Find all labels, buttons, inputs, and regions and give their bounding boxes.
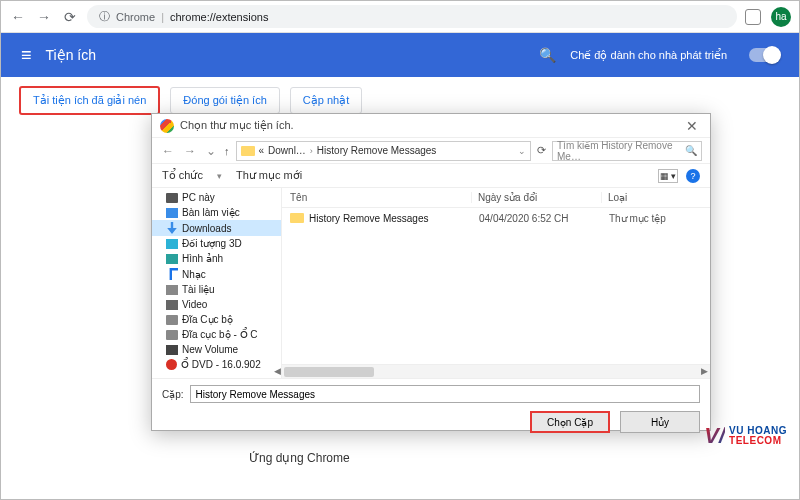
tree-item-label: Đĩa Cục bộ <box>182 314 233 325</box>
tree-item-label: PC này <box>182 192 215 203</box>
tree-item-hd[interactable]: Đĩa cục bộ - Ổ C <box>152 327 281 342</box>
tree-item-doc[interactable]: Tài liệu <box>152 282 281 297</box>
dialog-search[interactable]: Tìm kiếm History Remove Me… 🔍 <box>552 141 702 161</box>
tree-item-label: Đĩa cục bộ - Ổ C <box>182 329 258 340</box>
tree-item-vid[interactable]: Video <box>152 297 281 312</box>
lock-icon: ⓘ <box>99 9 110 24</box>
refresh-icon[interactable]: ⟳ <box>537 144 546 157</box>
nav-up-icon[interactable]: ↑ <box>224 145 230 157</box>
doc-icon <box>166 285 178 295</box>
breadcrumb-seg1[interactable]: « <box>259 145 265 156</box>
address-app: Chrome <box>116 11 155 23</box>
col-name[interactable]: Tên <box>282 192 472 203</box>
tree-item-img[interactable]: Hình ảnh <box>152 251 281 266</box>
tree-item-label: Hình ảnh <box>182 253 223 264</box>
hd-icon <box>166 315 178 325</box>
load-unpacked-button[interactable]: Tải tiện ích đã giải nén <box>19 86 160 115</box>
cancel-button[interactable]: Hủy <box>620 411 700 433</box>
forward-icon[interactable]: → <box>35 8 53 26</box>
file-list: Tên Ngày sửa đổi Loại History Remove Mes… <box>282 188 710 378</box>
organize-menu[interactable]: Tổ chức <box>162 169 203 182</box>
horizontal-scrollbar[interactable] <box>282 364 710 378</box>
page-title: Tiện ích <box>46 47 526 63</box>
logo-mark-icon: V/ <box>704 423 725 449</box>
organize-caret-icon[interactable]: ▾ <box>217 171 222 181</box>
folder-icon <box>290 213 304 223</box>
desk-icon <box>166 208 178 218</box>
chevron-right-icon: › <box>310 146 313 156</box>
logo-text-2: TELECOM <box>729 436 787 446</box>
search-placeholder: Tìm kiếm History Remove Me… <box>557 140 681 162</box>
recent-dropdown-icon[interactable]: ⌄ <box>204 144 218 158</box>
new-folder-button[interactable]: Thư mục mới <box>236 169 302 182</box>
profile-avatar[interactable]: ha <box>771 7 791 27</box>
watermark-logo: V/ VU HOANG TELECOM <box>704 423 787 449</box>
extensions-icon[interactable] <box>745 9 761 25</box>
tree-item-label: Đối tượng 3D <box>182 238 242 249</box>
dialog-toolbar: Tổ chức ▾ Thư mục mới ▦ ▾ ? <box>152 164 710 188</box>
tree-item-hd[interactable]: Đĩa Cục bộ <box>152 312 281 327</box>
nav-forward-icon[interactable]: → <box>182 144 198 158</box>
dev-mode-toggle[interactable] <box>749 48 779 62</box>
file-list-header: Tên Ngày sửa đổi Loại <box>282 188 710 208</box>
chrome-icon <box>160 119 174 133</box>
tree-item-desk[interactable]: Bàn làm việc <box>152 205 281 220</box>
extensions-header: ≡ Tiện ích 🔍 Chế độ dành cho nhà phát tr… <box>1 33 799 77</box>
close-icon[interactable]: ✕ <box>682 118 702 134</box>
folder-icon <box>241 146 255 156</box>
file-row[interactable]: History Remove Messages04/04/2020 6:52 C… <box>282 208 710 228</box>
nv-icon <box>166 345 178 355</box>
dev-mode-label: Chế độ dành cho nhà phát triển <box>570 49 727 62</box>
file-type: Thư mục tệp <box>609 213 710 224</box>
browser-chrome-bar: ← → ⟳ ⓘ Chrome | chrome://extensions ha <box>1 1 799 33</box>
nav-back-icon[interactable]: ← <box>160 144 176 158</box>
folder-tree[interactable]: PC nàyBàn làm việcDownloadsĐối tượng 3DH… <box>152 188 282 378</box>
mus-icon <box>166 268 178 280</box>
tree-item-pc[interactable]: PC này <box>152 190 281 205</box>
back-icon[interactable]: ← <box>9 8 27 26</box>
obj3d-icon <box>166 239 178 249</box>
folder-name-input[interactable] <box>190 385 700 403</box>
dvd-icon <box>166 359 177 370</box>
reload-icon[interactable]: ⟳ <box>61 8 79 26</box>
tree-item-label: Ổ DVD - 16.0.902 <box>181 359 261 370</box>
select-folder-button[interactable]: Chọn Cặp <box>530 411 610 433</box>
tree-item-dvd[interactable]: Ổ DVD - 16.0.902 <box>152 357 281 372</box>
update-button[interactable]: Cập nhật <box>290 87 362 114</box>
dialog-nav: ← → ⌄ ↑ « Downl… › History Remove Messag… <box>152 138 710 164</box>
breadcrumb-root[interactable]: Downl… <box>268 145 306 156</box>
dialog-titlebar: Chọn thư mục tiện ích. ✕ <box>152 114 710 138</box>
search-icon[interactable]: 🔍 <box>539 47 556 63</box>
view-options-icon[interactable]: ▦ ▾ <box>658 169 678 183</box>
tree-item-mus[interactable]: Nhạc <box>152 266 281 282</box>
tree-item-dl[interactable]: Downloads <box>152 220 281 236</box>
tree-item-label: Bàn làm việc <box>182 207 240 218</box>
tree-item-label: Downloads <box>182 223 231 234</box>
menu-icon[interactable]: ≡ <box>21 45 32 66</box>
tree-item-label: New Volume <box>182 344 238 355</box>
dialog-footer: Cặp: Chọn Cặp Hủy <box>152 378 710 439</box>
breadcrumb-folder[interactable]: History Remove Messages <box>317 145 436 156</box>
search-glass-icon: 🔍 <box>685 145 697 156</box>
scrollbar-thumb[interactable] <box>284 367 374 377</box>
address-url: chrome://extensions <box>170 11 268 23</box>
pack-extension-button[interactable]: Đóng gói tiện ích <box>170 87 279 114</box>
file-modified: 04/04/2020 6:52 CH <box>479 213 609 224</box>
section-heading: Ứng dụng Chrome <box>249 451 350 465</box>
col-type[interactable]: Loại <box>602 192 710 203</box>
tree-item-label: Nhạc <box>182 269 206 280</box>
dialog-title: Chọn thư mục tiện ích. <box>180 119 682 132</box>
address-bar[interactable]: ⓘ Chrome | chrome://extensions <box>87 5 737 28</box>
address-separator: | <box>161 11 164 23</box>
help-icon[interactable]: ? <box>686 169 700 183</box>
img-icon <box>166 254 178 264</box>
breadcrumb[interactable]: « Downl… › History Remove Messages ⌄ <box>236 141 532 161</box>
tree-item-label: Tài liệu <box>182 284 215 295</box>
folder-picker-dialog: Chọn thư mục tiện ích. ✕ ← → ⌄ ↑ « Downl… <box>151 113 711 431</box>
breadcrumb-dropdown-icon[interactable]: ⌄ <box>518 146 526 156</box>
col-modified[interactable]: Ngày sửa đổi <box>472 192 602 203</box>
dl-icon <box>166 222 178 234</box>
tree-item-nv[interactable]: New Volume <box>152 342 281 357</box>
pc-icon <box>166 193 178 203</box>
tree-item-obj3d[interactable]: Đối tượng 3D <box>152 236 281 251</box>
